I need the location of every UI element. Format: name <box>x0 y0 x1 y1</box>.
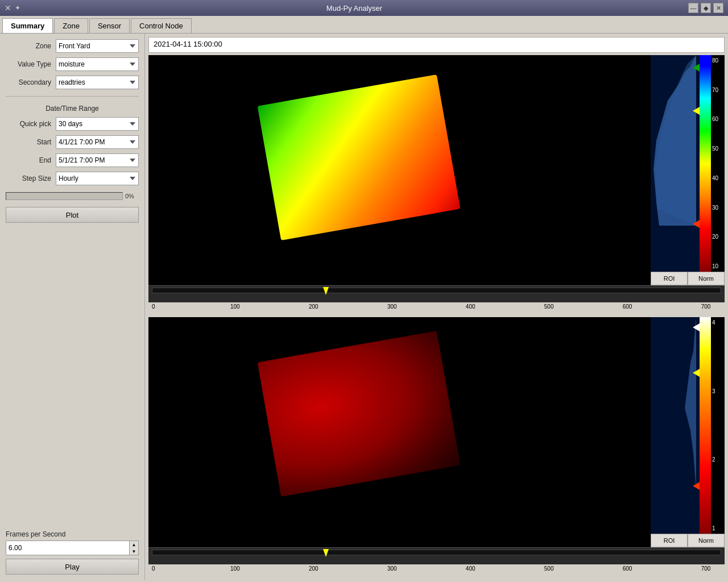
value-type-label: Value Type <box>6 60 51 68</box>
fps-input-row: ▲ ▼ <box>6 541 139 555</box>
top-tick-400: 400 <box>466 304 475 310</box>
left-panel: Zone Front Yard Back Yard Side Yard Valu… <box>0 34 145 580</box>
settings-icon: ✦ <box>15 4 20 12</box>
top-axis-ticks: 0 100 200 300 400 500 600 700 <box>152 304 725 314</box>
top-tick-100: 100 <box>230 304 240 310</box>
zone-label: Zone <box>6 42 51 50</box>
end-row: End 5/1/21 7:00 PM <box>6 153 139 167</box>
top-red-arrow <box>693 220 700 228</box>
top-tick-600: 600 <box>623 304 632 310</box>
top-colorbar-labels: 80 70 60 50 40 30 20 10 <box>711 55 725 272</box>
top-label-20: 20 <box>712 234 723 240</box>
bottom-norm-button[interactable]: Norm <box>688 534 725 547</box>
bottom-tick-0: 0 <box>152 566 155 572</box>
bottom-colorbar-area: 4 3 2 1 ROI Norm <box>651 317 725 547</box>
top-label-50: 50 <box>712 146 723 152</box>
start-select[interactable]: 4/1/21 7:00 PM <box>56 135 139 149</box>
bottom-tick-700: 700 <box>701 566 711 572</box>
tab-zone[interactable]: Zone <box>54 18 88 33</box>
bottom-label-4: 4 <box>712 319 723 326</box>
top-arrow-blue <box>693 64 700 72</box>
top-label-10: 10 <box>712 263 723 269</box>
start-row: Start 4/1/21 7:00 PM <box>6 135 139 149</box>
bottom-tick-200: 200 <box>309 566 318 572</box>
top-arrow-green <box>693 107 700 115</box>
top-norm-button[interactable]: Norm <box>688 272 725 285</box>
top-label-60: 60 <box>712 116 723 122</box>
bottom-tick-400: 400 <box>466 566 475 572</box>
zone-select[interactable]: Front Yard Back Yard Side Yard <box>56 39 139 53</box>
top-histogram <box>651 55 700 272</box>
step-size-label: Step Size <box>6 174 51 182</box>
tab-summary[interactable]: Summary <box>2 18 53 33</box>
top-viz-block: 80 70 60 50 40 30 20 10 <box>148 55 725 315</box>
value-type-select[interactable]: moisture temperature humidity <box>56 57 139 71</box>
bottom-label-3: 3 <box>712 388 723 394</box>
top-gradient-shape <box>258 74 461 240</box>
bottom-canvas <box>148 317 651 547</box>
tab-control-node[interactable]: Control Node <box>131 18 192 33</box>
fps-up-button[interactable]: ▲ <box>130 541 138 548</box>
top-timeline-track[interactable] <box>152 288 721 293</box>
secondary-select[interactable]: readtries voltage rssi <box>56 76 139 89</box>
play-button[interactable]: Play <box>6 559 139 575</box>
fps-down-button[interactable]: ▼ <box>130 548 138 555</box>
top-label-30: 30 <box>712 205 723 211</box>
top-label-70: 70 <box>712 87 723 93</box>
bottom-tick-300: 300 <box>387 566 397 572</box>
bottom-timeline-track[interactable] <box>152 550 721 555</box>
end-label: End <box>6 156 51 164</box>
bottom-colorbar-labels: 4 3 2 1 <box>711 317 725 534</box>
progress-bar <box>6 192 123 200</box>
start-label: Start <box>6 138 51 146</box>
bottom-arrow-yellow <box>693 369 700 377</box>
top-axis-row: 0 100 200 300 400 500 600 700 <box>148 302 725 315</box>
value-type-row: Value Type moisture temperature humidity <box>6 57 139 71</box>
fps-input[interactable] <box>6 544 129 552</box>
top-viz-main-row: 80 70 60 50 40 30 20 10 <box>148 55 725 285</box>
top-timeline-row <box>148 285 725 302</box>
quick-pick-select[interactable]: 7 days 30 days 90 days 1 year <box>56 117 139 131</box>
bottom-viz-block: 4 3 2 1 ROI Norm <box>148 317 725 577</box>
plot-button[interactable]: Plot <box>6 207 139 223</box>
bottom-yellow-arrow <box>693 369 700 377</box>
bottom-colorbar-buttons: ROI Norm <box>651 534 725 547</box>
bottom-roi-button[interactable]: ROI <box>651 534 688 547</box>
bottom-tick-500: 500 <box>544 566 554 572</box>
bottom-tick-100: 100 <box>230 566 240 572</box>
minimize-button[interactable]: — <box>688 3 698 13</box>
bottom-arrow-white <box>693 323 700 331</box>
end-select[interactable]: 5/1/21 7:00 PM <box>56 153 139 167</box>
top-tick-200: 200 <box>309 304 318 310</box>
fps-spinner: ▲ ▼ <box>129 541 138 555</box>
top-tick-700: 700 <box>701 304 711 310</box>
top-color-gradient <box>700 55 711 272</box>
step-size-select[interactable]: Hourly Daily Weekly <box>56 172 139 185</box>
bottom-histogram <box>651 317 700 534</box>
step-size-row: Step Size Hourly Daily Weekly <box>6 172 139 185</box>
diamond-button[interactable]: ◆ <box>701 3 711 13</box>
tab-sensor[interactable]: Sensor <box>89 18 130 33</box>
title-bar-controls: — ◆ ✕ <box>688 3 723 13</box>
bottom-white-arrow <box>693 323 700 331</box>
title-bar-left: ✕ ✦ <box>5 3 20 13</box>
top-green-arrow <box>693 64 700 72</box>
bottom-color-gradient <box>700 317 711 534</box>
top-tick-500: 500 <box>544 304 554 310</box>
top-tick-300: 300 <box>387 304 397 310</box>
progress-label: 0% <box>125 193 139 199</box>
bottom-timeline-marker <box>323 549 329 557</box>
bottom-colorbar-content: 4 3 2 1 <box>651 317 725 534</box>
title-bar: ✕ ✦ Mud-Py Analyser — ◆ ✕ <box>0 0 728 16</box>
top-roi-button[interactable]: ROI <box>651 272 688 285</box>
fps-label: Frames per Second <box>6 530 139 538</box>
close-button[interactable]: ✕ <box>713 3 723 13</box>
bottom-axis-ticks: 0 100 200 300 400 500 600 700 <box>152 566 725 576</box>
top-colorbar-buttons: ROI Norm <box>651 272 725 285</box>
top-colorbar-strip <box>700 55 711 272</box>
bottom-timeline-row <box>148 547 725 564</box>
main-layout: Zone Front Yard Back Yard Side Yard Valu… <box>0 34 728 580</box>
top-timeline-marker <box>323 287 329 295</box>
right-panel: 2021-04-11 15:00:00 <box>145 34 728 580</box>
zone-row: Zone Front Yard Back Yard Side Yard <box>6 39 139 53</box>
